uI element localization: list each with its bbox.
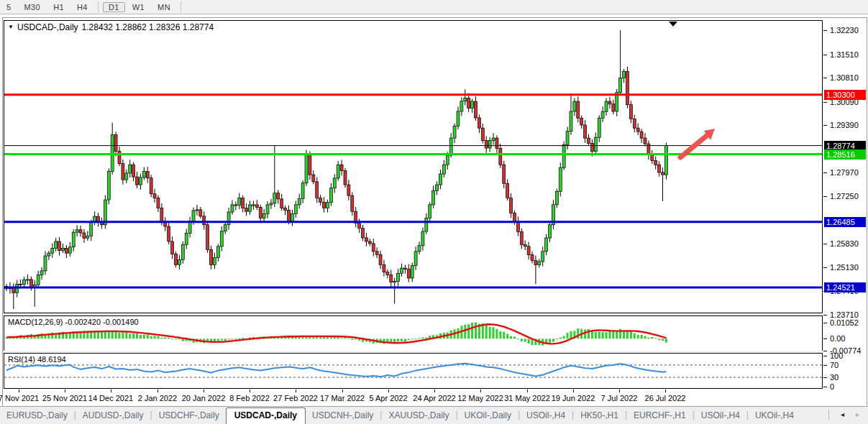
price-level-badge: 1.26485 xyxy=(824,217,866,227)
date-tick xyxy=(388,390,389,392)
date-tick xyxy=(111,390,111,392)
tabs-scroll-right-icon[interactable]: ▸ xyxy=(856,411,859,418)
axis-tick-dash xyxy=(823,55,827,55)
timeframe-button-5[interactable]: 5 xyxy=(1,2,17,12)
chart-tabs-bar: EURUSD-,Daily|AUDUSD-,Daily|USDCHF-,Dail… xyxy=(0,406,868,424)
date-tick xyxy=(250,390,250,392)
axis-tick-dash xyxy=(823,387,827,387)
timeframe-button-D1[interactable]: D1 xyxy=(103,2,125,12)
axis-tick-dash xyxy=(823,78,827,78)
axis-tick-dash xyxy=(823,196,827,197)
date-tick xyxy=(619,390,620,392)
axis-tick-dash xyxy=(823,351,827,351)
time-axis[interactable]: 7 Nov 202125 Nov 202114 Dec 20212 Jan 20… xyxy=(4,390,823,405)
price-level-badge: 1.30300 xyxy=(824,90,866,100)
tab-xauusd-daily[interactable]: XAUUSD-,Daily xyxy=(382,407,455,424)
rsi-pane[interactable]: RSI(14) 48.6194 xyxy=(4,353,823,389)
rsi-indicator-label: RSI(14) 48.6194 xyxy=(8,355,66,364)
tab-usdcad-daily[interactable]: USDCAD-,Daily xyxy=(226,407,306,424)
price-level-badge: 1.28516 xyxy=(824,149,866,160)
rsi-tick-label: 70 xyxy=(830,361,839,369)
price-tick-label: 1.27970 xyxy=(830,168,859,177)
tabs-nav-separator xyxy=(828,410,829,420)
rsi-tick-label: 100 xyxy=(830,351,843,360)
axis-tick-dash xyxy=(823,267,827,268)
chart-ohlc-values: 1.28432 1.28862 1.28326 1.28774 xyxy=(82,22,214,32)
axis-tick-dash xyxy=(823,102,827,103)
macd-pane[interactable]: MACD(12,26,9) -0.002420 -0.001490 xyxy=(4,315,823,351)
chart-dropdown-icon[interactable]: ▼ xyxy=(8,24,14,30)
price-level-badge: 1.24521 xyxy=(824,282,866,292)
date-tick xyxy=(434,390,435,392)
date-tick xyxy=(204,390,204,392)
date-label: 26 Jul 2022 xyxy=(636,394,694,402)
tabs-scroll-left-icon[interactable]: ◂ xyxy=(841,411,844,418)
timeframe-button-M30[interactable]: M30 xyxy=(19,2,47,12)
chart-symbol-label: USDCAD-,Daily xyxy=(17,22,78,32)
timeframe-button-MN[interactable]: MN xyxy=(152,2,176,12)
tab-eurusd-daily[interactable]: EURUSD-,Daily xyxy=(0,407,74,424)
tab-usoil-h4[interactable]: USOil-,H4 xyxy=(520,407,572,424)
mt4-terminal: 5M30H1H4D1W1MN ▼ USDCAD-,Daily 1.28432 1… xyxy=(0,0,868,424)
toolbar-separator xyxy=(98,1,99,12)
rsi-canvas[interactable] xyxy=(4,354,822,388)
axis-tick-dash xyxy=(823,377,827,378)
tab-ukoil-daily[interactable]: UKOil-,Daily xyxy=(458,407,518,424)
toolbar-separator xyxy=(181,1,181,12)
axis-tick-dash xyxy=(823,356,827,356)
price-tick-label: 1.30810 xyxy=(830,73,859,82)
chart-window: ▼ USDCAD-,Daily 1.28432 1.28862 1.28326 … xyxy=(2,17,867,407)
axis-tick-dash xyxy=(823,244,827,244)
tabs-nav: ◂▸ xyxy=(820,410,868,424)
price-tick-label: 1.25130 xyxy=(830,263,859,272)
price-chart-canvas[interactable] xyxy=(4,21,822,313)
price-tick-label: 1.32230 xyxy=(830,26,859,34)
axis-tick-dash xyxy=(823,365,827,366)
price-pane[interactable]: ▼ USDCAD-,Daily 1.28432 1.28862 1.28326 … xyxy=(4,20,823,313)
chart-shift-marker-icon xyxy=(669,22,677,27)
tab-audusd-daily[interactable]: AUDUSD-,Daily xyxy=(76,407,150,424)
date-tick xyxy=(480,390,481,392)
tab-usoil-h4[interactable]: USOil-,H4 xyxy=(695,407,746,424)
date-tick xyxy=(157,390,158,392)
axis-tick-dash xyxy=(823,323,827,323)
axis-tick-dash xyxy=(823,125,827,126)
price-tick-label: 1.25830 xyxy=(830,239,859,248)
chart-title: ▼ USDCAD-,Daily 1.28432 1.28862 1.28326 … xyxy=(8,22,214,32)
price-tick-label: 1.27250 xyxy=(830,192,859,201)
date-tick xyxy=(19,390,19,392)
timeframe-button-H4[interactable]: H4 xyxy=(71,2,93,12)
date-tick xyxy=(665,390,666,392)
tab-usdcnh-daily[interactable]: USDCNH-,Daily xyxy=(306,407,380,424)
date-tick xyxy=(342,390,343,392)
axis-tick-dash xyxy=(823,338,827,339)
date-tick xyxy=(296,390,296,392)
date-tick xyxy=(65,390,65,392)
trend-arrow-annotation xyxy=(680,129,715,157)
price-tick-label: 1.29390 xyxy=(830,121,859,129)
date-tick xyxy=(573,390,574,392)
rsi-tick-label: 0 xyxy=(830,382,834,391)
price-axis[interactable]: 1.322301.315101.308101.300901.293901.279… xyxy=(823,18,866,405)
tab-usdchf-daily[interactable]: USDCHF-,Daily xyxy=(152,407,226,424)
macd-indicator-label: MACD(12,26,9) -0.002420 -0.001490 xyxy=(8,318,139,326)
timeframe-toolbar: 5M30H1H4D1W1MN xyxy=(0,0,868,14)
axis-tick-dash xyxy=(823,172,827,173)
date-tick xyxy=(527,390,528,392)
axis-tick-dash xyxy=(823,30,827,31)
tab-ukoil-h4[interactable]: UKOil-,H4 xyxy=(749,407,800,424)
tab-hk50-h1[interactable]: HK50-,H1 xyxy=(574,407,625,424)
macd-tick-label: 0.01052 xyxy=(830,318,859,327)
timeframe-button-W1[interactable]: W1 xyxy=(127,2,150,12)
axis-tick-dash xyxy=(823,315,827,315)
tab-eurchf-h1[interactable]: EURCHF-,H1 xyxy=(627,407,693,424)
macd-tick-label: 0.00 xyxy=(830,334,845,343)
rsi-tick-label: 30 xyxy=(830,373,839,382)
price-tick-label: 1.31510 xyxy=(830,50,859,59)
timeframe-button-H1[interactable]: H1 xyxy=(47,2,70,12)
price-tick-label: 1.23710 xyxy=(830,310,859,319)
